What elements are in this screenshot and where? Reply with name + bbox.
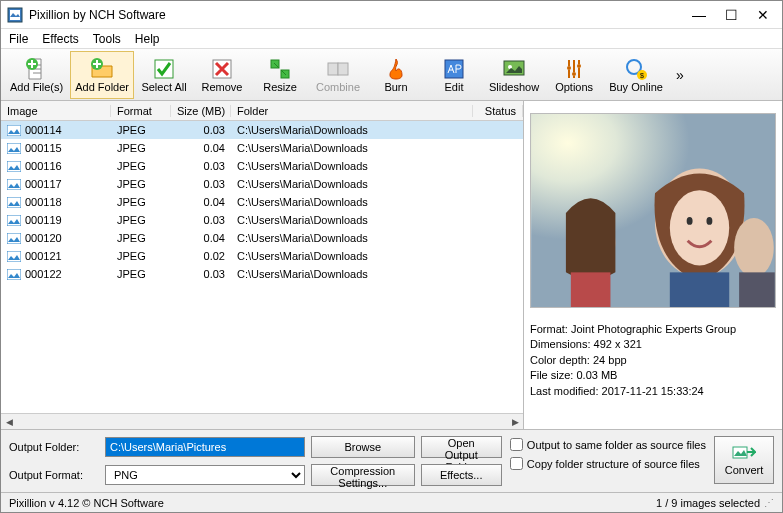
menu-tools[interactable]: Tools bbox=[93, 32, 121, 46]
svg-rect-22 bbox=[7, 179, 21, 190]
convert-icon bbox=[732, 444, 756, 464]
toolbar-add-folder[interactable]: Add Folder bbox=[70, 51, 134, 99]
open-output-folder-button[interactable]: Open Output Folder bbox=[421, 436, 502, 458]
select-all-icon bbox=[152, 57, 176, 81]
menubar: File Effects Tools Help bbox=[1, 29, 782, 49]
table-row[interactable]: 000114JPEG0.03C:\Users\Maria\Downloads bbox=[1, 121, 523, 139]
table-row[interactable]: 000115JPEG0.04C:\Users\Maria\Downloads bbox=[1, 139, 523, 157]
image-file-icon bbox=[7, 251, 21, 262]
window-title: Pixillion by NCH Software bbox=[29, 8, 692, 22]
toolbar-slideshow[interactable]: Slideshow bbox=[484, 51, 544, 99]
toolbar-add-file[interactable]: Add File(s) bbox=[5, 51, 68, 99]
horizontal-scrollbar[interactable]: ◀ ▶ bbox=[1, 413, 523, 429]
image-file-icon bbox=[7, 143, 21, 154]
toolbar-burn[interactable]: Burn bbox=[368, 51, 424, 99]
image-file-icon bbox=[7, 215, 21, 226]
toolbar: Add File(s)Add FolderSelect AllRemoveRes… bbox=[1, 49, 782, 101]
svg-point-30 bbox=[670, 190, 729, 265]
resize-grip[interactable]: ⋰ bbox=[760, 497, 774, 508]
app-icon bbox=[7, 7, 23, 23]
minimize-button[interactable]: — bbox=[692, 7, 706, 23]
toolbar-select-all[interactable]: Select All bbox=[136, 51, 192, 99]
slideshow-icon bbox=[502, 57, 526, 81]
image-file-icon bbox=[7, 161, 21, 172]
toolbar-options[interactable]: Options bbox=[546, 51, 602, 99]
menu-effects[interactable]: Effects bbox=[42, 32, 78, 46]
svg-rect-27 bbox=[7, 269, 21, 280]
convert-button[interactable]: Convert bbox=[714, 436, 774, 484]
toolbar-more[interactable]: » bbox=[670, 67, 690, 83]
toolbar-combine: Combine bbox=[310, 51, 366, 99]
file-list-pane: Image Format Size (MB) Folder Status 000… bbox=[1, 101, 524, 429]
col-status[interactable]: Status bbox=[473, 105, 523, 117]
browse-button[interactable]: Browse bbox=[311, 436, 415, 458]
image-file-icon bbox=[7, 269, 21, 280]
svg-rect-8 bbox=[328, 63, 338, 75]
svg-point-31 bbox=[687, 217, 693, 225]
col-format[interactable]: Format bbox=[111, 105, 171, 117]
svg-point-36 bbox=[734, 218, 774, 277]
svg-rect-20 bbox=[7, 143, 21, 154]
resize-icon bbox=[268, 57, 292, 81]
table-row[interactable]: 000117JPEG0.03C:\Users\Maria\Downloads bbox=[1, 175, 523, 193]
col-folder[interactable]: Folder bbox=[231, 105, 473, 117]
output-same-folder-checkbox[interactable]: Output to same folder as source files bbox=[510, 438, 706, 451]
preview-metadata: Format: Joint Photographic Experts Group… bbox=[530, 322, 776, 399]
toolbar-resize[interactable]: Resize bbox=[252, 51, 308, 99]
file-rows: 000114JPEG0.03C:\Users\Maria\Downloads00… bbox=[1, 121, 523, 413]
statusbar: Pixillion v 4.12 © NCH Software 1 / 9 im… bbox=[1, 492, 782, 512]
table-row[interactable]: 000118JPEG0.04C:\Users\Maria\Downloads bbox=[1, 193, 523, 211]
svg-rect-33 bbox=[670, 272, 729, 307]
toolbar-buy[interactable]: $Buy Online bbox=[604, 51, 668, 99]
effects-button[interactable]: Effects... bbox=[421, 464, 502, 486]
output-format-select[interactable]: PNG bbox=[105, 465, 305, 485]
table-row[interactable]: 000119JPEG0.03C:\Users\Maria\Downloads bbox=[1, 211, 523, 229]
bottom-panel: Output Folder: Browse Open Output Folder… bbox=[1, 429, 782, 492]
status-left: Pixillion v 4.12 © NCH Software bbox=[9, 497, 656, 509]
col-size[interactable]: Size (MB) bbox=[171, 105, 231, 117]
svg-rect-25 bbox=[7, 233, 21, 244]
svg-rect-35 bbox=[571, 272, 611, 307]
table-row[interactable]: 000121JPEG0.02C:\Users\Maria\Downloads bbox=[1, 247, 523, 265]
maximize-button[interactable]: ☐ bbox=[724, 7, 738, 23]
svg-rect-24 bbox=[7, 215, 21, 226]
svg-rect-37 bbox=[739, 272, 775, 307]
output-folder-input[interactable] bbox=[105, 437, 305, 457]
combine-icon bbox=[326, 57, 350, 81]
preview-pane: Format: Joint Photographic Experts Group… bbox=[524, 101, 782, 429]
add-folder-icon bbox=[90, 57, 114, 81]
table-row[interactable]: 000120JPEG0.04C:\Users\Maria\Downloads bbox=[1, 229, 523, 247]
status-right: 1 / 9 images selected bbox=[656, 497, 760, 509]
svg-rect-26 bbox=[7, 251, 21, 262]
image-file-icon bbox=[7, 125, 21, 136]
toolbar-remove[interactable]: Remove bbox=[194, 51, 250, 99]
remove-icon bbox=[210, 57, 234, 81]
close-button[interactable]: ✕ bbox=[756, 7, 770, 23]
table-row[interactable]: 000122JPEG0.03C:\Users\Maria\Downloads bbox=[1, 265, 523, 283]
col-image[interactable]: Image bbox=[1, 105, 111, 117]
toolbar-edit[interactable]: Edit bbox=[426, 51, 482, 99]
svg-point-32 bbox=[706, 217, 712, 225]
output-folder-label: Output Folder: bbox=[9, 441, 99, 453]
copy-folder-structure-checkbox[interactable]: Copy folder structure of source files bbox=[510, 457, 706, 470]
image-file-icon bbox=[7, 233, 21, 244]
svg-rect-23 bbox=[7, 197, 21, 208]
svg-text:$: $ bbox=[640, 72, 644, 79]
preview-image bbox=[530, 113, 776, 308]
menu-help[interactable]: Help bbox=[135, 32, 160, 46]
svg-rect-19 bbox=[7, 125, 21, 136]
output-format-label: Output Format: bbox=[9, 469, 99, 481]
table-row[interactable]: 000116JPEG0.03C:\Users\Maria\Downloads bbox=[1, 157, 523, 175]
image-file-icon bbox=[7, 197, 21, 208]
column-headers[interactable]: Image Format Size (MB) Folder Status bbox=[1, 101, 523, 121]
buy-icon: $ bbox=[624, 57, 648, 81]
svg-point-13 bbox=[567, 66, 571, 70]
svg-rect-21 bbox=[7, 161, 21, 172]
titlebar: Pixillion by NCH Software — ☐ ✕ bbox=[1, 1, 782, 29]
menu-file[interactable]: File bbox=[9, 32, 28, 46]
edit-icon bbox=[442, 57, 466, 81]
image-file-icon bbox=[7, 179, 21, 190]
scroll-right-icon[interactable]: ▶ bbox=[507, 417, 523, 427]
scroll-left-icon[interactable]: ◀ bbox=[1, 417, 17, 427]
compression-settings-button[interactable]: Compression Settings... bbox=[311, 464, 415, 486]
